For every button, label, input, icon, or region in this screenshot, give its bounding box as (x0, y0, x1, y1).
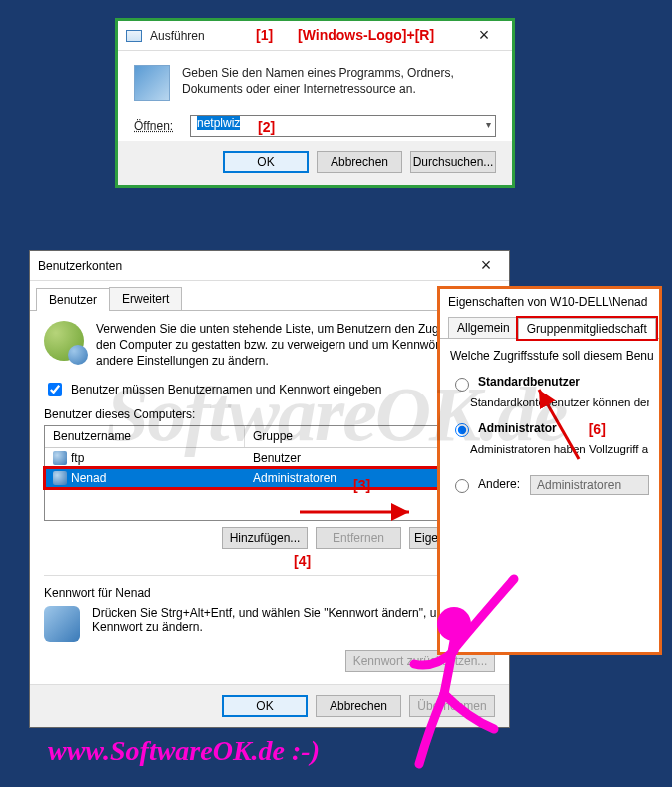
annotation-5: [5] (661, 319, 662, 340)
pr-title: Eigenschaften von W10-DELL\Nenad (440, 289, 659, 313)
pr-tabs: Allgemein Gruppenmitgliedschaft [5] (440, 313, 659, 339)
password-header: Kennwort für Nenad (44, 586, 495, 600)
ua-title: Benutzerkonten (38, 259, 471, 273)
checkbox-input[interactable] (48, 383, 62, 396)
run-description: Geben Sie den Namen eines Programms, Ord… (182, 65, 496, 101)
user-list[interactable]: Benutzername Gruppe ftp Benutzer Nenad A… (44, 425, 495, 521)
run-dialog: Ausführen × Geben Sie den Namen eines Pr… (115, 18, 515, 188)
ok-button[interactable]: OK (222, 695, 308, 717)
tab-general[interactable]: Allgemein (448, 317, 519, 338)
add-button[interactable]: Hinzufügen... (222, 527, 308, 549)
cancel-button[interactable]: Abbrechen (316, 695, 401, 717)
checkbox-label: Benutzer müssen Benutzernamen und Kennwo… (71, 383, 382, 396)
require-login-checkbox[interactable]: Benutzer müssen Benutzernamen und Kennwo… (44, 380, 495, 399)
radio-input[interactable] (455, 479, 469, 493)
other-select[interactable]: Administratoren (530, 475, 649, 495)
radio-admin[interactable]: Administrator [6] (450, 420, 649, 438)
user-icon (53, 451, 67, 465)
open-label: Öffnen: (134, 119, 180, 133)
open-input[interactable]: netplwiz ▾ (190, 115, 496, 137)
radio-input[interactable] (455, 423, 469, 437)
ua-info-text: Verwenden Sie die unten stehende Liste, … (96, 321, 495, 370)
radio-standard[interactable]: Standardbenutzer (450, 375, 649, 392)
table-row[interactable]: ftp Benutzer (45, 448, 494, 468)
access-level-question: Welche Zugriffsstufe soll diesem Benu (450, 349, 649, 365)
run-icon (126, 30, 142, 42)
radio-other-row: Andere: Administratoren (450, 475, 649, 495)
tab-advanced[interactable]: Erweitert (109, 287, 182, 310)
run-buttons: OK Abbrechen Durchsuchen... (118, 141, 512, 185)
browse-button[interactable]: Durchsuchen... (410, 151, 496, 173)
desc-admin: Administratoren haben Vollzugriff auf Än… (470, 442, 649, 457)
stick-figure-icon (399, 599, 519, 749)
cell-user: Nenad (71, 471, 106, 485)
close-icon[interactable]: × (464, 25, 504, 46)
users-icon (44, 321, 84, 361)
tab-users[interactable]: Benutzer (36, 288, 110, 311)
annotation-3: [3] (353, 477, 383, 493)
run-body: Geben Sie den Namen eines Programms, Ord… (118, 51, 512, 141)
annotation-1: [1] (256, 27, 273, 43)
radio-other[interactable]: Andere: (450, 476, 520, 493)
radio-label: Andere: (478, 477, 520, 493)
radio-label: Standardbenutzer (478, 375, 580, 391)
cell-user: ftp (71, 451, 84, 465)
key-icon (44, 606, 80, 642)
footer-url: www.SoftwareOK.de :-) (48, 735, 320, 767)
cancel-button[interactable]: Abbrechen (317, 151, 402, 173)
chevron-down-icon[interactable]: ▾ (486, 119, 491, 130)
annotation-4: [4] (294, 553, 324, 569)
desc-standard: Standardkontobenutzer können den G Syste… (470, 395, 649, 410)
radio-input[interactable] (455, 378, 469, 392)
list-header: Benutzername Gruppe (45, 426, 494, 448)
col-username[interactable]: Benutzername (45, 426, 245, 447)
radio-label: Administrator (478, 421, 557, 437)
user-icon (53, 471, 67, 485)
table-row-selected[interactable]: Nenad Administratoren (45, 468, 494, 488)
open-input-value: netplwiz (197, 116, 240, 130)
list-label: Benutzer dieses Computers: (44, 407, 495, 421)
ok-button[interactable]: OK (223, 151, 309, 173)
ua-titlebar[interactable]: Benutzerkonten × (30, 251, 509, 281)
tab-membership[interactable]: Gruppenmitgliedschaft (518, 318, 656, 339)
run-app-icon (134, 65, 170, 101)
remove-button: Entfernen (316, 527, 401, 549)
annotation-6: [6] (589, 420, 606, 438)
close-icon[interactable]: × (471, 255, 501, 276)
annotation-shortcut: [Windows-Logo]+[R] (298, 27, 434, 43)
annotation-2: [2] (258, 119, 275, 135)
pr-body: Welche Zugriffsstufe soll diesem Benu St… (440, 339, 659, 505)
